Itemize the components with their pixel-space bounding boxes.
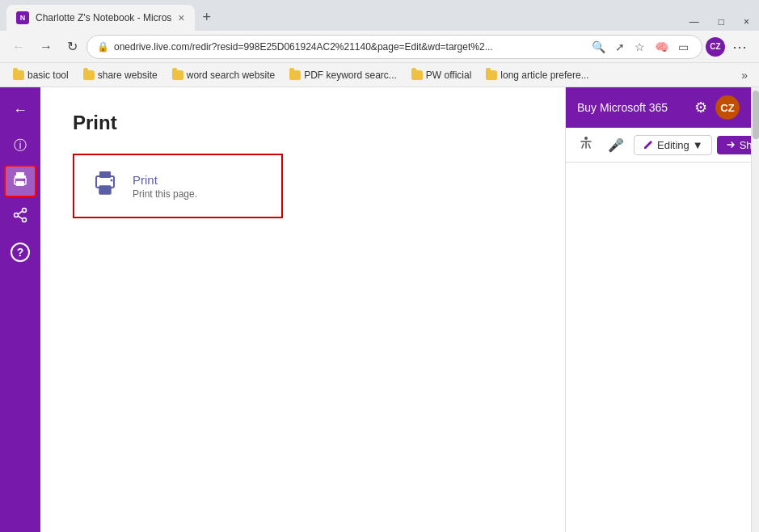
sidebar-toggle-icon[interactable]: ▭ <box>675 39 692 55</box>
back-button[interactable]: ← <box>6 36 31 58</box>
print-icon <box>11 171 29 192</box>
browser-chrome: N Charlotte Z's Notebook - Micros × + — … <box>0 0 759 87</box>
share-address-icon[interactable]: ➚ <box>612 39 628 55</box>
svg-point-4 <box>23 179 25 180</box>
folder-icon <box>13 70 24 80</box>
bookmark-share-website[interactable]: share website <box>77 68 164 82</box>
address-bar[interactable]: 🔒 onedrive.live.com/redir?resid=998E25D0… <box>86 35 702 59</box>
folder-icon <box>486 70 497 80</box>
svg-line-9 <box>18 216 22 219</box>
bookmark-pw-official[interactable]: PW official <box>405 68 478 82</box>
reload-button[interactable]: ↻ <box>61 35 83 58</box>
svg-point-14 <box>111 179 113 182</box>
share-icon <box>12 207 28 227</box>
folder-icon <box>172 70 183 80</box>
print-card[interactable]: Print Print this page. <box>73 154 283 218</box>
svg-point-6 <box>15 213 19 217</box>
svg-point-5 <box>23 208 27 212</box>
info-icon: ⓘ <box>14 137 27 154</box>
bookmark-basic-tool[interactable]: basic tool <box>6 68 75 82</box>
right-panel-header: Buy Microsoft 365 ⚙ CZ <box>566 87 751 128</box>
menu-button[interactable]: ⋯ <box>727 34 753 60</box>
toolbar-area: 🎤 Editing ▼ Share ▼ ··· ∨ <box>566 128 751 163</box>
address-text: onedrive.live.com/redir?resid=998E25D061… <box>114 41 584 53</box>
help-icon: ? <box>11 243 30 262</box>
bookmark-label: share website <box>98 70 158 81</box>
folder-icon <box>289 70 301 80</box>
scrollbar-track[interactable] <box>751 87 759 532</box>
editing-label: Editing <box>657 139 689 151</box>
tab-close-button[interactable]: × <box>178 11 184 24</box>
sidebar-help-button[interactable]: ? <box>4 236 36 268</box>
print-card-title: Print <box>133 173 197 187</box>
new-tab-button[interactable]: + <box>195 4 220 31</box>
page-title: Print <box>73 112 533 134</box>
tab-favicon: N <box>16 11 29 24</box>
sidebar-share-button[interactable] <box>4 201 36 233</box>
sidebar-info-button[interactable]: ⓘ <box>4 129 36 162</box>
svg-rect-12 <box>99 186 111 194</box>
svg-point-7 <box>23 217 27 222</box>
address-icons: 🔍 ➚ ☆ 🧠 ▭ <box>588 39 692 55</box>
print-card-description: Print this page. <box>133 188 197 200</box>
svg-point-15 <box>584 137 588 140</box>
panel-content <box>566 163 751 532</box>
bookmarks-bar: basic tool share website word search web… <box>0 63 759 87</box>
bookmark-label: basic tool <box>27 70 69 81</box>
mic-button[interactable]: 🎤 <box>603 134 629 156</box>
editing-button[interactable]: Editing ▼ <box>634 135 712 155</box>
svg-rect-11 <box>99 171 111 178</box>
tab-bar: N Charlotte Z's Notebook - Micros × + — … <box>0 0 759 31</box>
panel-header-icons: ⚙ CZ <box>693 95 740 120</box>
bookmark-label: word search website <box>187 70 275 81</box>
maximize-button[interactable]: □ <box>709 13 734 31</box>
right-panel: Buy Microsoft 365 ⚙ CZ 🎤 <box>565 87 751 532</box>
profile-button[interactable]: CZ <box>706 37 725 57</box>
active-tab[interactable]: N Charlotte Z's Notebook - Micros × <box>6 5 195 31</box>
bookmark-star-icon[interactable]: ☆ <box>631 39 648 55</box>
sidebar-print-button[interactable] <box>4 165 36 197</box>
extensions-icon[interactable]: 🧠 <box>651 39 672 55</box>
bookmarks-more-button[interactable]: » <box>736 67 753 83</box>
search-icon[interactable]: 🔍 <box>588 39 609 55</box>
scrollbar-thumb[interactable] <box>753 91 759 139</box>
mic-icon: 🎤 <box>608 138 624 152</box>
main-content: Print Print Print this page. <box>40 87 565 532</box>
page-wrapper: ← ⓘ <box>0 87 759 532</box>
editing-dropdown-icon: ▼ <box>693 139 703 151</box>
folder-icon <box>411 70 423 80</box>
settings-gear-button[interactable]: ⚙ <box>693 97 709 118</box>
accessibility-button[interactable] <box>574 133 598 157</box>
left-sidebar: ← ⓘ <box>0 87 40 532</box>
lock-icon: 🔒 <box>97 41 109 53</box>
svg-rect-1 <box>16 172 24 176</box>
window-controls: — □ × <box>680 13 759 31</box>
gear-icon: ⚙ <box>694 99 707 116</box>
bookmark-pdf-keyword[interactable]: PDF keyword searc... <box>283 68 403 82</box>
nav-bar: ← → ↻ 🔒 onedrive.live.com/redir?resid=99… <box>0 31 759 63</box>
buy-ms365-text: Buy Microsoft 365 <box>577 101 668 114</box>
svg-line-8 <box>18 211 22 214</box>
tab-title: Charlotte Z's Notebook - Micros <box>36 12 171 23</box>
bookmark-word-search[interactable]: word search website <box>166 68 281 82</box>
print-card-icon <box>91 168 120 204</box>
forward-button[interactable]: → <box>34 36 58 58</box>
back-arrow-icon: ← <box>13 102 27 119</box>
svg-rect-3 <box>16 181 24 186</box>
bookmark-long-article[interactable]: long article prefere... <box>479 68 595 82</box>
print-card-text: Print Print this page. <box>133 173 197 200</box>
bookmark-label: PDF keyword searc... <box>304 70 397 81</box>
bookmark-label: long article prefere... <box>500 70 588 81</box>
sidebar-back-button[interactable]: ← <box>4 94 36 126</box>
folder-icon <box>83 70 95 80</box>
nav-right: CZ ⋯ <box>706 34 753 60</box>
bookmark-label: PW official <box>426 70 471 81</box>
minimize-button[interactable]: — <box>680 13 709 31</box>
user-avatar[interactable]: CZ <box>715 95 740 120</box>
close-button[interactable]: × <box>734 13 759 31</box>
